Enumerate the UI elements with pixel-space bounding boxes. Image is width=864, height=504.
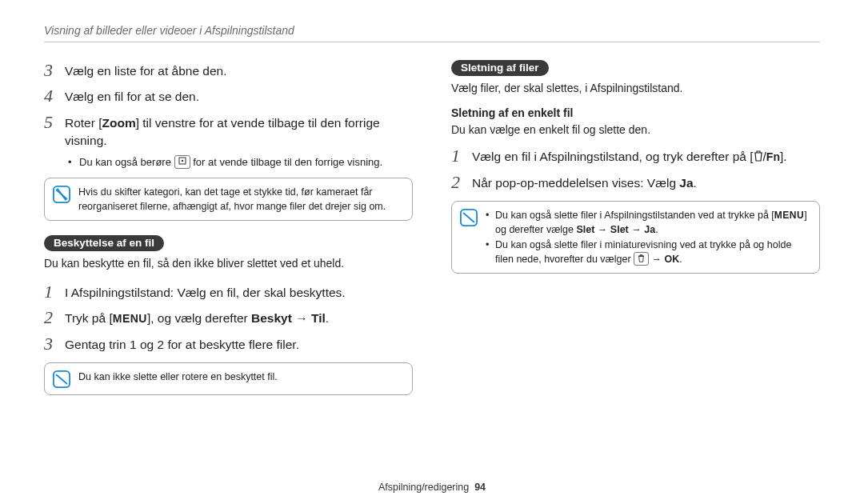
arrow: →	[649, 254, 664, 265]
note-icon	[460, 209, 478, 226]
text: .	[694, 176, 697, 190]
delete-section: Sletning af filer	[451, 60, 820, 81]
right-column: Sletning af filer Vælg filer, der skal s…	[451, 60, 820, 410]
arrow: →	[594, 224, 610, 235]
text: ], og vælg derefter	[147, 311, 251, 325]
text: Roter [	[65, 116, 102, 130]
text: Når pop-op-meddelelsen vises: Vælg	[472, 176, 679, 190]
svg-point-1	[181, 160, 182, 162]
step-number: 1	[451, 146, 472, 166]
menu-key: MENU	[774, 209, 804, 222]
step-number: 3	[44, 334, 65, 354]
step-number: 2	[451, 172, 472, 193]
bold: Ja	[644, 224, 655, 235]
bold: Ja	[679, 176, 693, 190]
text: .	[679, 254, 682, 265]
step-text: Når pop-op-meddelelsen vises: Vælg Ja.	[472, 172, 697, 192]
arrow: →	[629, 224, 644, 235]
footer-section: Afspilning/redigering	[378, 482, 469, 493]
text: for at vende tilbage til den forrige vis…	[193, 156, 382, 168]
text: Vælg en fil i Afspilningstilstand, og tr…	[472, 150, 754, 163]
bullet-dot: •	[486, 208, 495, 238]
protect-step-2: 2 Tryk på [MENU], og vælg derefter Besky…	[44, 307, 413, 328]
note-text: • Du kan også slette filer i Afspilnings…	[486, 208, 811, 266]
bullet-dot: •	[486, 238, 495, 266]
note-icon	[53, 186, 70, 203]
step-text: Vælg en liste for at åbne den.	[65, 60, 227, 80]
trash-key	[634, 252, 649, 266]
fn-key: Fn	[766, 149, 780, 165]
page-number: 94	[474, 482, 486, 493]
bullet-dot: •	[68, 155, 79, 170]
bullet-touch-back: • Du kan også berøre for at vende tilbag…	[68, 155, 413, 170]
text: .	[655, 224, 658, 235]
note-text: Du kan ikke slette eller rotere en besky…	[78, 370, 404, 384]
note-line-1: • Du kan også slette filer i Afspilnings…	[486, 208, 811, 238]
step-5: 5 Roter [Zoom] til venstre for at vende …	[44, 112, 413, 150]
delete-single-sub: Du kan vælge en enkelt fil og slette den…	[451, 122, 820, 138]
bold: OK	[664, 254, 679, 265]
step-text: Gentag trin 1 og 2 for at beskytte flere…	[65, 334, 299, 354]
page-footer: Afspilning/redigering 94	[0, 482, 864, 493]
step-number: 5	[44, 112, 65, 133]
delete-single-head: Sletning af en enkelt fil	[451, 106, 820, 119]
delete-step-2: 2 Når pop-op-meddelelsen vises: Vælg Ja.	[451, 172, 820, 193]
text: Du kan også slette filer i Afspilningsti…	[495, 210, 774, 221]
step-3: 3 Vælg en liste for at åbne den.	[44, 60, 413, 81]
trash-icon	[754, 149, 763, 166]
text: Tryk på [	[65, 311, 113, 325]
bold: Slet	[610, 224, 629, 235]
protect-step-3: 3 Gentag trin 1 og 2 for at beskytte fle…	[44, 334, 413, 354]
zoom-label: Zoom	[102, 116, 136, 130]
breadcrumb: Visning af billeder eller videoer i Afsp…	[44, 24, 820, 42]
back-icon	[174, 155, 190, 169]
bold: Slet	[576, 224, 594, 235]
step-text: Vælg en fil for at se den.	[65, 86, 199, 106]
menu-key: MENU	[113, 310, 147, 326]
arrow: →	[292, 311, 311, 325]
text: ].	[780, 150, 787, 163]
left-column: 3 Vælg en liste for at åbne den. 4 Vælg …	[44, 60, 413, 410]
protect-subtext: Du kan beskytte en fil, så den ikke bliv…	[44, 256, 413, 272]
note-delete-methods: • Du kan også slette filer i Afspilnings…	[451, 201, 820, 274]
text: Du kan også berøre	[79, 156, 174, 168]
step-number: 1	[44, 282, 65, 302]
step-text: I Afspilningstilstand: Vælg en fil, der …	[65, 282, 346, 302]
note-reorganize: Hvis du skifter kategori, kan det tage e…	[44, 178, 413, 221]
step-4: 4 Vælg en fil for at se den.	[44, 86, 413, 106]
step-text: Roter [Zoom] til venstre for at vende ti…	[65, 112, 413, 150]
pill-delete: Sletning af filer	[451, 60, 549, 76]
protect-section: Beskyttelse af en fil	[44, 235, 413, 256]
bold: Til	[311, 311, 326, 325]
step-text: Tryk på [MENU], og vælg derefter Beskyt …	[65, 307, 329, 327]
step-number: 4	[44, 86, 65, 106]
step-text: Vælg en fil i Afspilningstilstand, og tr…	[472, 146, 787, 166]
note-cannot-delete: Du kan ikke slette eller rotere en besky…	[44, 362, 413, 395]
step-number: 2	[44, 307, 65, 328]
bold: Beskyt	[251, 311, 292, 325]
note-icon	[53, 370, 70, 388]
step-number: 3	[44, 60, 65, 81]
delete-subtext: Vælg filer, der skal slettes, i Afspilni…	[451, 81, 820, 97]
content-columns: 3 Vælg en liste for at åbne den. 4 Vælg …	[44, 60, 820, 410]
pill-protect: Beskyttelse af en fil	[44, 235, 164, 251]
text: .	[326, 311, 329, 325]
note-text: Hvis du skifter kategori, kan det tage e…	[78, 185, 404, 214]
delete-step-1: 1 Vælg en fil i Afspilningstilstand, og …	[451, 146, 820, 166]
protect-step-1: 1 I Afspilningstilstand: Vælg en fil, de…	[44, 282, 413, 302]
bullet-text: Du kan også berøre for at vende tilbage …	[79, 155, 382, 170]
note-line-2: • Du kan også slette filer i miniaturevi…	[486, 238, 811, 266]
